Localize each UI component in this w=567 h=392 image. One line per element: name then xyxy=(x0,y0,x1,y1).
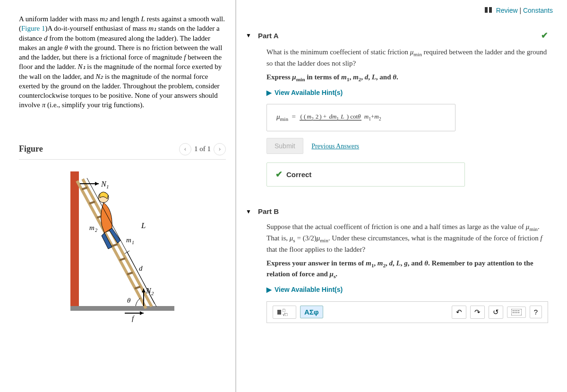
svg-rect-41 xyxy=(515,310,515,311)
svg-rect-36 xyxy=(277,310,281,315)
svg-text:1: 1 xyxy=(132,240,134,245)
check-icon: ✔ xyxy=(275,169,283,180)
svg-text:d: d xyxy=(139,264,143,272)
svg-marker-18 xyxy=(140,311,144,315)
svg-rect-34 xyxy=(485,7,488,13)
svg-text:m: m xyxy=(126,236,131,244)
figure-link[interactable]: Figure 1 xyxy=(21,25,45,32)
part-b-hints-link[interactable]: ▶ View Available Hint(s) xyxy=(266,285,548,295)
previous-answers-link[interactable]: Previous Answers xyxy=(311,143,359,150)
svg-text:1: 1 xyxy=(106,184,109,189)
svg-line-2 xyxy=(77,181,146,308)
keyboard-button[interactable] xyxy=(507,307,526,318)
part-b-express: Express your answer in terms of m1, m2, … xyxy=(266,258,548,281)
greek-button[interactable]: ΑΣφ xyxy=(300,306,323,318)
undo-button[interactable]: ↶ xyxy=(452,306,466,319)
part-a-hints-link[interactable]: ▶ View Available Hint(s) xyxy=(266,88,548,98)
help-button[interactable]: ? xyxy=(530,306,542,318)
svg-rect-42 xyxy=(516,310,517,311)
svg-rect-47 xyxy=(518,312,519,313)
svg-text:m: m xyxy=(89,224,94,231)
submit-button: Submit xyxy=(266,138,303,154)
redo-button[interactable]: ↷ xyxy=(470,306,485,319)
correct-feedback: ✔ Correct xyxy=(266,162,465,187)
svg-rect-43 xyxy=(518,310,519,311)
part-a-question: What is the minimum coeffecient of stati… xyxy=(266,47,548,68)
figure-illustration: N1 N2 m2 m1 L d θ f xyxy=(56,167,189,323)
svg-text:L: L xyxy=(141,221,146,230)
svg-text:2: 2 xyxy=(151,290,154,296)
templates-button[interactable]: □√□ xyxy=(273,306,296,319)
review-link[interactable]: Review xyxy=(496,7,518,14)
part-a-correct-icon: ✔ xyxy=(541,30,548,41)
flag-icon[interactable] xyxy=(485,7,492,14)
svg-text:θ: θ xyxy=(127,297,131,304)
figure-counter: 1 of 1 xyxy=(194,145,211,153)
svg-rect-40 xyxy=(513,310,514,311)
part-b-question: Suppose that the actual coefficent of fr… xyxy=(266,222,548,255)
svg-line-5 xyxy=(89,202,95,204)
svg-marker-14 xyxy=(95,182,99,186)
svg-rect-46 xyxy=(516,312,517,313)
svg-rect-45 xyxy=(515,312,515,313)
svg-rect-1 xyxy=(70,306,174,311)
part-a-title: Part A xyxy=(258,32,279,40)
problem-statement: A uniform ladder with mass m₂ and length… xyxy=(19,14,226,110)
part-a-answer-display: μmin = ( (m22) + dm1L ) cotθ m1+m2 xyxy=(266,104,455,131)
part-b-toggle[interactable]: ▼ xyxy=(246,208,251,215)
svg-rect-35 xyxy=(489,7,492,13)
svg-text:2: 2 xyxy=(95,228,97,233)
part-a-toggle[interactable]: ▼ xyxy=(246,32,251,39)
svg-line-33 xyxy=(125,251,129,254)
svg-rect-44 xyxy=(513,312,514,313)
figure-title: Figure xyxy=(19,144,43,154)
figure-next-button[interactable]: › xyxy=(214,143,226,155)
part-a-express: Express μmin in terms of m1, m2, d, L, a… xyxy=(266,72,548,84)
figure-prev-button[interactable]: ‹ xyxy=(179,143,191,155)
answer-toolbar: □√□ ΑΣφ ↶ ↷ ↺ ? xyxy=(266,301,548,323)
constants-link[interactable]: Constants xyxy=(523,7,553,14)
svg-text:f: f xyxy=(132,315,135,322)
reset-button[interactable]: ↺ xyxy=(489,306,503,319)
part-b-title: Part B xyxy=(258,207,279,215)
svg-rect-0 xyxy=(70,171,79,308)
svg-text:√□: √□ xyxy=(283,312,288,316)
